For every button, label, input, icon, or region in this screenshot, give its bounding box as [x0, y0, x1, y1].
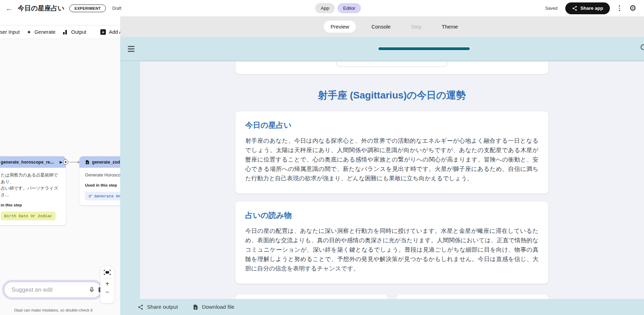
share-app-button[interactable]: Share app	[565, 2, 610, 14]
card2-title: 占いの読み物	[245, 210, 538, 221]
node2-step-chip[interactable]: Generate Horoscop	[85, 192, 120, 200]
download-file-label: Download file	[202, 304, 234, 310]
left-teal-strip	[120, 62, 140, 299]
settings-gear-icon[interactable]: ⚙	[629, 4, 636, 12]
content-column: 射手座 (Sagittarius)の今日の運勢 今日の星占い 射手座のあなた、今…	[235, 62, 548, 299]
tab-step: Step	[406, 21, 426, 33]
more-options-icon[interactable]	[618, 4, 622, 13]
fit-screen-icon[interactable]	[104, 270, 111, 275]
node2-header[interactable]: generate_zodia	[79, 156, 120, 168]
node2-title: generate_zodia	[92, 160, 120, 165]
saved-status: Saved	[545, 6, 557, 11]
editor-toolbar: ser Input ✦ Generate Output + Add As	[0, 25, 120, 39]
suggest-edit-input[interactable]	[5, 286, 88, 293]
zoom-divider	[103, 278, 111, 278]
share-app-label: Share app	[581, 6, 603, 11]
horoscope-heading: 射手座 (Sagittarius)の今日の運勢	[235, 89, 548, 102]
node-generate-horoscope[interactable]: generate_horoscope_re... ▶ たは洞察力のある占星術師で…	[0, 156, 66, 225]
horoscope-card-2: 占いの読み物 今日の星の配置は、あなたに深い洞察と行動力を同時に授けています。水…	[235, 202, 548, 284]
card1-title: 今日の星占い	[245, 120, 538, 131]
bar-chart-icon	[62, 29, 68, 35]
node1-body: たは洞察力のある占星術師であり、 占い師です。パーソナライズさ... in th…	[0, 168, 66, 225]
node1-prompt-line2: 占い師です。パーソナライズさ...	[1, 185, 62, 198]
mode-switch: App Editor	[315, 3, 361, 13]
note-add-icon	[85, 160, 90, 165]
share-output-label: Share output	[147, 304, 178, 310]
generate-tool[interactable]: ✦ Generate	[26, 29, 55, 36]
back-icon[interactable]: ←	[6, 5, 13, 12]
tab-theme[interactable]: Theme	[437, 21, 463, 33]
top-bar-right: Saved Share app ⚙	[545, 2, 644, 14]
top-bar: ← 今日の星座占い EXPERIMENT Draft App Editor Sa…	[0, 0, 644, 16]
app-header-bar	[120, 37, 644, 61]
node-generate-zodiac[interactable]: generate_zodia Generate Horoscope R Used…	[79, 156, 120, 205]
zoom-out-button[interactable]: −	[105, 288, 109, 297]
share-output-button[interactable]: Share output	[138, 304, 178, 310]
experiment-badge: EXPERIMENT	[69, 5, 106, 12]
prompt-icon	[88, 194, 93, 198]
connector-arrow	[69, 160, 80, 164]
preview-panel: Preview Console Step Theme 射手座 (Sagittar…	[120, 16, 644, 315]
node1-header[interactable]: generate_horoscope_re... ▶	[0, 156, 66, 168]
share-output-icon	[138, 304, 143, 310]
output-tool[interactable]: Output	[62, 29, 86, 35]
preview-footer-bar: Share output Download file	[120, 299, 644, 315]
node2-chip-label: Generate Horoscop	[94, 193, 120, 199]
app-mode-button[interactable]: App	[315, 3, 335, 13]
page-title: 今日の星座占い	[18, 4, 64, 13]
download-file-button[interactable]: Download file	[193, 304, 234, 310]
bottom-card-right	[396, 294, 549, 299]
download-file-icon	[193, 304, 199, 310]
add-asset-label: Add As	[109, 29, 120, 35]
zoom-in-button[interactable]: +	[105, 280, 109, 288]
search-icon[interactable]	[639, 43, 644, 52]
hamburger-menu-icon[interactable]	[128, 46, 134, 52]
draft-status: Draft	[112, 6, 121, 11]
node1-prompt-line1: たは洞察力のある占星術師であり、	[1, 172, 62, 185]
canvas-zoom-controls: + −	[100, 266, 114, 303]
node1-used-label: in this step	[1, 202, 62, 208]
generate-label: Generate	[34, 29, 55, 35]
preview-tabs: Preview Console Step Theme	[324, 21, 463, 33]
user-input-label: ser Input	[0, 29, 20, 35]
disclaimer-text: Opal can make mistakes, so double-check …	[0, 308, 107, 312]
card1-body: 射手座のあなた、今日は内なる探求心と、外の世界での活動的なエネルギーが心地よく融…	[245, 136, 538, 183]
add-asset-tool[interactable]: + Add As	[100, 29, 120, 35]
node2-description: Generate Horoscope R	[85, 172, 120, 179]
bottom-card-left	[235, 294, 388, 299]
input-card-partial	[235, 62, 548, 74]
horoscope-card-1: 今日の星占い 射手座のあなた、今日は内なる探求心と、外の世界での活動的なエネルギ…	[235, 111, 548, 194]
card2-body: 今日の星の配置は、あなたに深い洞察と行動力を同時に授けています。水星と金星が蠍座…	[245, 226, 538, 273]
play-icon[interactable]: ▶	[60, 160, 62, 164]
node1-variable-chip[interactable]: Birth Date Or Zodiac	[1, 212, 56, 220]
tab-console[interactable]: Console	[366, 21, 395, 33]
tab-preview[interactable]: Preview	[324, 21, 356, 33]
app-logo-bar	[379, 47, 470, 50]
app-content-area[interactable]: 射手座 (Sagittarius)の今日の運勢 今日の星占い 射手座のあなた、今…	[120, 62, 644, 299]
top-bar-left: ← 今日の星座占い EXPERIMENT Draft	[0, 4, 121, 13]
zodiac-input-partial[interactable]	[336, 62, 447, 67]
connector-port-icon[interactable]	[63, 159, 68, 165]
user-input-tool[interactable]: ser Input	[0, 29, 20, 35]
share-icon	[572, 6, 577, 11]
preview-tabs-bar: Preview Console Step Theme	[120, 16, 644, 37]
editor-mode-button[interactable]: Editor	[337, 3, 361, 13]
suggest-edit-bar	[2, 280, 103, 300]
workflow-editor-panel: ser Input ✦ Generate Output + Add As gen…	[0, 16, 120, 315]
mic-icon[interactable]	[88, 286, 95, 293]
output-label: Output	[71, 29, 86, 35]
node1-title: generate_horoscope_re...	[1, 160, 57, 165]
add-asset-icon: +	[100, 29, 106, 35]
node2-body: Generate Horoscope R Used in this step G…	[79, 168, 120, 205]
sparkle-icon: ✦	[26, 29, 31, 36]
node2-used-label: Used in this step	[85, 182, 120, 189]
bottom-cards-row	[235, 294, 548, 299]
